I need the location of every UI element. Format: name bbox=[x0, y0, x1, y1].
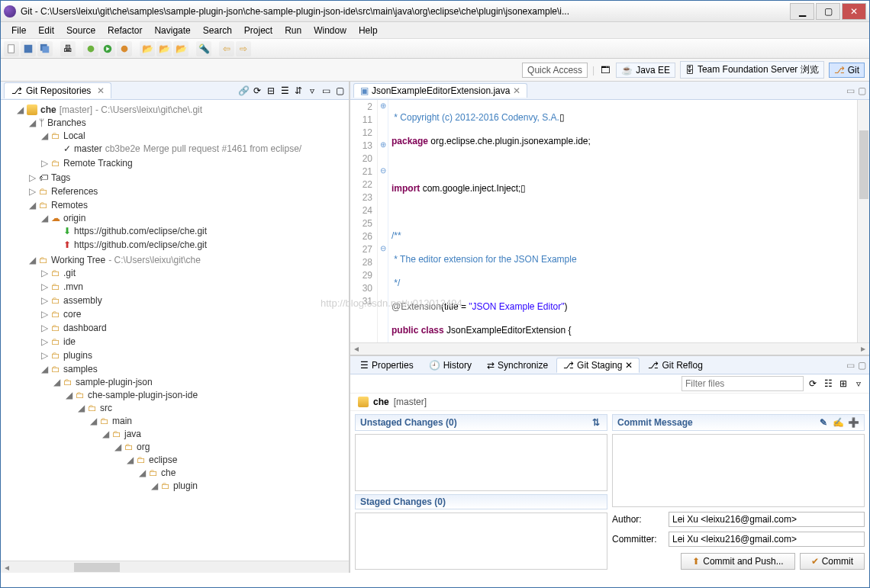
tab-git-staging[interactable]: ⎇Git Staging✕ bbox=[556, 358, 640, 373]
staging-repo-header: che [master] bbox=[350, 394, 869, 411]
folder-icon: 🗀 bbox=[51, 295, 60, 306]
tree-item[interactable]: ◢🗀samples bbox=[39, 363, 347, 375]
changeid-icon[interactable]: ➕ bbox=[847, 416, 859, 429]
staged-header: Staged Changes (0) bbox=[355, 494, 607, 509]
coverage-icon[interactable] bbox=[117, 41, 132, 56]
quick-access[interactable]: Quick Access bbox=[522, 63, 588, 78]
tab-synchronize[interactable]: ⇄Synchronize bbox=[480, 358, 555, 372]
right-area: ▣ JsonExampleEditorExtension.java ✕ ▭ ▢ … bbox=[350, 82, 869, 573]
committer-input[interactable] bbox=[669, 532, 865, 547]
view-menu-icon[interactable]: ▿ bbox=[852, 378, 865, 390]
minimize-view-icon[interactable]: ▭ bbox=[320, 85, 332, 97]
editor-tab[interactable]: ▣ JsonExampleEditorExtension.java ✕ bbox=[353, 83, 527, 98]
search-icon[interactable]: 🔦 bbox=[196, 41, 211, 56]
folding-gutter[interactable]: ⊕⊕⊖⊖ bbox=[378, 100, 388, 342]
open-type-icon[interactable]: 📂 bbox=[140, 41, 155, 56]
tree-item[interactable]: ▷🗀.mvn bbox=[39, 281, 347, 293]
tree-item[interactable]: ▷🗀assembly bbox=[39, 294, 347, 307]
menu-window[interactable]: Window bbox=[308, 24, 353, 37]
debug-icon[interactable] bbox=[83, 41, 98, 56]
tab-properties[interactable]: ☰Properties bbox=[353, 358, 420, 372]
run-icon[interactable] bbox=[100, 41, 115, 56]
open-resource-icon[interactable]: 📂 bbox=[173, 41, 188, 56]
menubar: File Edit Source Refactor Navigate Searc… bbox=[1, 22, 869, 39]
sort-icon[interactable]: ⇅ bbox=[590, 416, 602, 429]
signoff-icon[interactable]: ✍ bbox=[833, 416, 845, 429]
open-task-icon[interactable]: 📂 bbox=[156, 41, 172, 56]
svg-point-7 bbox=[121, 45, 128, 52]
perspective-tfs[interactable]: 🗄Team Foundation Server 浏览 bbox=[680, 61, 824, 79]
svg-rect-0 bbox=[8, 44, 14, 53]
tree-item[interactable]: ▷🗀ide bbox=[39, 336, 347, 348]
window-title: Git - C:\Users\leixu\git\che\samples\sam… bbox=[21, 6, 788, 17]
horizontal-scrollbar[interactable]: ◂ bbox=[1, 561, 349, 573]
filter-icon[interactable]: ☰ bbox=[279, 85, 291, 97]
new-icon[interactable] bbox=[4, 41, 19, 56]
menu-navigate[interactable]: Navigate bbox=[148, 24, 196, 37]
tab-history[interactable]: 🕘History bbox=[422, 358, 478, 372]
perspective-java-ee[interactable]: ☕Java EE bbox=[616, 63, 675, 78]
forward-icon[interactable]: ⇨ bbox=[236, 41, 251, 56]
save-all-icon[interactable] bbox=[37, 41, 53, 56]
link-editor-icon[interactable]: 🔗 bbox=[237, 85, 250, 97]
vertical-scrollbar[interactable] bbox=[857, 100, 869, 342]
filter-files-input[interactable] bbox=[682, 376, 804, 391]
commit-message-input[interactable] bbox=[612, 434, 865, 507]
close-icon[interactable]: ✕ bbox=[97, 85, 105, 96]
editor-tab-label: JsonExampleEditorExtension.java bbox=[372, 85, 510, 96]
maximize-button[interactable]: ▢ bbox=[816, 3, 840, 20]
save-icon[interactable] bbox=[21, 41, 36, 56]
view-menu-icon[interactable]: ▿ bbox=[306, 85, 318, 97]
minimize-view-icon[interactable]: ▭ bbox=[846, 360, 855, 371]
close-button[interactable]: ✕ bbox=[842, 3, 866, 20]
menu-file[interactable]: File bbox=[5, 24, 32, 37]
tab-git-reflog[interactable]: ⎇Git Reflog bbox=[641, 358, 709, 372]
refresh-staging-icon[interactable]: ⟳ bbox=[807, 378, 819, 390]
maximize-editor-icon[interactable]: ▢ bbox=[858, 85, 866, 96]
open-perspective-icon[interactable]: 🗔 bbox=[599, 64, 611, 76]
menu-project[interactable]: Project bbox=[238, 24, 279, 37]
commit-button[interactable]: ✔Commit bbox=[800, 553, 865, 570]
tree-item[interactable]: ▷🗀.git bbox=[39, 267, 347, 279]
code-editor[interactable]: 2111213202122232425262728293031 ⊕⊕⊖⊖ * C… bbox=[350, 100, 869, 342]
svg-point-4 bbox=[88, 45, 95, 52]
menu-refactor[interactable]: Refactor bbox=[102, 24, 148, 37]
maximize-view-icon[interactable]: ▢ bbox=[334, 85, 346, 97]
menu-help[interactable]: Help bbox=[353, 24, 384, 37]
maximize-view-icon[interactable]: ▢ bbox=[858, 360, 866, 371]
menu-edit[interactable]: Edit bbox=[32, 24, 60, 37]
reflog-icon: ⎇ bbox=[648, 360, 659, 371]
repo-icon bbox=[358, 397, 369, 407]
folder-icon: 🗀 bbox=[39, 255, 48, 265]
hierarchy-icon[interactable]: ⇵ bbox=[292, 85, 304, 97]
collapse-icon[interactable]: ⊟ bbox=[265, 85, 277, 97]
back-icon[interactable]: ⇦ bbox=[219, 41, 234, 56]
commit-and-push-button[interactable]: ⬆Commit and Push... bbox=[681, 553, 794, 570]
repo-tree[interactable]: ◢che [master] - C:\Users\leixu\git\che\.… bbox=[1, 100, 349, 561]
perspective-git[interactable]: ⎇Git bbox=[829, 63, 865, 78]
print-icon[interactable]: 🖶 bbox=[60, 41, 76, 56]
minimize-editor-icon[interactable]: ▭ bbox=[846, 85, 855, 96]
menu-source[interactable]: Source bbox=[60, 24, 102, 37]
unstaged-header: Unstaged Changes (0) ⇅ bbox=[355, 414, 607, 431]
author-input[interactable] bbox=[669, 512, 865, 527]
remote-icon: ☁ bbox=[51, 213, 60, 223]
folder-icon: 🗀 bbox=[51, 350, 60, 361]
code-lines[interactable]: * Copyright (c) 2012-2016 Codenvy, S.A.▯… bbox=[388, 100, 857, 342]
tab-git-repositories[interactable]: ⎇ Git Repositories ✕ bbox=[4, 82, 111, 98]
editor-horizontal-scrollbar[interactable]: ◂▸ bbox=[350, 342, 869, 355]
tree-item[interactable]: ▷🗀plugins bbox=[39, 349, 347, 361]
minimize-button[interactable]: ▁ bbox=[790, 3, 814, 20]
menu-run[interactable]: Run bbox=[279, 24, 308, 37]
close-icon[interactable]: ✕ bbox=[513, 85, 520, 96]
refresh-icon[interactable]: ⟳ bbox=[251, 85, 263, 97]
presentation-icon[interactable]: ⊞ bbox=[837, 378, 849, 390]
tree-item[interactable]: ▷🗀dashboard bbox=[39, 322, 347, 334]
tree-item[interactable]: ▷🗀core bbox=[39, 308, 347, 320]
staged-list[interactable] bbox=[355, 512, 607, 570]
unstaged-list[interactable] bbox=[355, 434, 607, 491]
close-icon[interactable]: ✕ bbox=[625, 360, 633, 371]
amend-icon[interactable]: ✎ bbox=[817, 416, 830, 429]
layout-icon[interactable]: ☷ bbox=[822, 378, 834, 390]
menu-search[interactable]: Search bbox=[197, 24, 238, 37]
